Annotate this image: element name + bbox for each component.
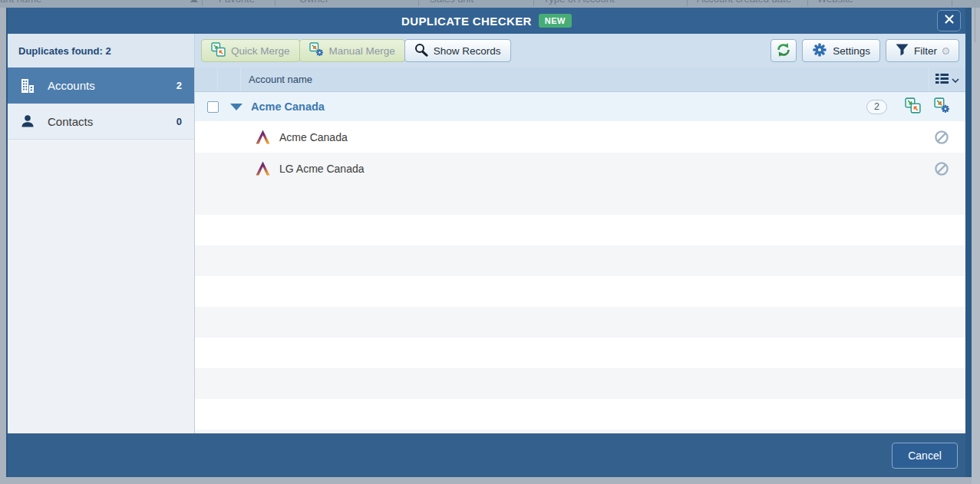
person-icon: [18, 114, 37, 129]
dialog-title: DUPLICATE CHECKER: [401, 15, 532, 28]
columns-grid-icon: [935, 74, 949, 86]
toolbar: Quick Merge: [195, 34, 965, 67]
account-logo: [255, 129, 271, 145]
table-header: Account name: [195, 67, 965, 92]
group-checkbox-cell: [201, 101, 224, 113]
manual-merge-icon: [309, 42, 324, 59]
settings-button[interactable]: Settings: [802, 39, 880, 62]
sidebar: Duplicates found: 2: [8, 34, 195, 433]
duplicate-group-row: Acme Canada 2: [195, 92, 965, 121]
exclude-record-icon[interactable]: [934, 161, 949, 176]
bg-column-label: Favorite: [219, 0, 255, 8]
column-divider: [687, 0, 688, 6]
sidebar-item-count: 2: [177, 80, 182, 91]
sort-ascending-icon: [190, 0, 198, 2]
filter-status-dot: [942, 48, 949, 54]
screen: unt name Favorite Owner Sales unit Type …: [0, 0, 980, 484]
column-settings-button[interactable]: [929, 67, 965, 91]
bg-column-label: Website: [817, 0, 853, 8]
group-name: Acme Canada: [249, 100, 866, 113]
account-logo: [255, 160, 271, 176]
group-manual-merge-button[interactable]: [932, 97, 952, 117]
new-badge: NEW: [539, 14, 572, 28]
sidebar-item-count: 0: [177, 116, 182, 127]
background-columns: unt name Favorite Owner Sales unit Type …: [0, 0, 980, 8]
settings-label: Settings: [833, 45, 870, 57]
chevron-down-icon: [952, 74, 959, 85]
bg-column-label: unt name: [0, 0, 41, 8]
background-page-edge: [972, 8, 980, 484]
quick-merge-button[interactable]: Quick Merge: [201, 39, 300, 62]
dialog-titlebar: DUPLICATE CHECKER NEW: [8, 8, 965, 34]
duplicate-checker-dialog: DUPLICATE CHECKER NEW Duplicates found: …: [6, 8, 972, 477]
sidebar-item-contacts[interactable]: Contacts 0: [8, 104, 194, 140]
column-divider: [418, 0, 419, 6]
filter-button[interactable]: Filter: [886, 39, 959, 62]
bg-column-label: Sales unit: [430, 0, 474, 8]
magnifier-icon: [414, 43, 428, 59]
dialog-body: Duplicates found: 2: [8, 34, 965, 433]
bg-column-label: Owner: [299, 0, 328, 8]
quick-merge-icon: [905, 97, 921, 117]
bg-column-label: Type of Account: [543, 0, 615, 8]
manual-merge-icon: [934, 97, 950, 117]
main-panel: Quick Merge: [195, 34, 965, 433]
account-name-column-header: Account name: [241, 67, 929, 91]
show-records-button[interactable]: Show Records: [404, 39, 511, 62]
filter-label: Filter: [914, 45, 937, 57]
manual-merge-label: Manual Merge: [329, 45, 395, 57]
toolbar-right-group: Settings Filter: [770, 39, 959, 62]
group-count-badge: 2: [866, 100, 887, 114]
table-empty-area: [195, 184, 965, 433]
record-name: LG Acme Canada: [279, 163, 934, 175]
merge-button-group: Quick Merge: [201, 39, 511, 62]
duplicates-found-label: Duplicates found: 2: [8, 34, 194, 67]
column-divider: [533, 0, 534, 6]
column-divider: [275, 0, 276, 6]
column-divider: [807, 0, 808, 6]
group-expander-cell: [224, 104, 249, 110]
exclude-record-icon[interactable]: [934, 130, 949, 145]
background-divider-line: [975, 0, 975, 42]
header-expander-column: [218, 67, 241, 91]
buildings-icon: [18, 77, 37, 94]
column-divider: [202, 0, 203, 6]
record-row[interactable]: LG Acme Canada: [195, 153, 965, 184]
close-icon: [944, 14, 955, 28]
refresh-icon: [776, 42, 791, 60]
refresh-button[interactable]: [770, 39, 797, 62]
column-divider: [952, 0, 952, 6]
dialog-footer: Cancel: [8, 433, 965, 477]
record-row[interactable]: Acme Canada: [195, 121, 965, 153]
record-name: Acme Canada: [279, 131, 934, 143]
gear-icon: [812, 42, 827, 60]
collapse-group-icon[interactable]: [230, 104, 243, 110]
quick-merge-label: Quick Merge: [231, 45, 290, 57]
group-checkbox[interactable]: [207, 101, 219, 113]
filter-funnel-icon: [896, 44, 909, 58]
header-checkbox-column: [195, 67, 218, 91]
sidebar-item-label: Accounts: [48, 79, 177, 92]
background-table-header: unt name Favorite Owner Sales unit Type …: [0, 0, 980, 8]
cancel-button[interactable]: Cancel: [892, 443, 958, 469]
bg-column-label: Account created date: [697, 0, 791, 8]
sidebar-item-accounts[interactable]: Accounts 2: [8, 67, 194, 104]
show-records-label: Show Records: [434, 45, 501, 57]
quick-merge-icon: [211, 42, 226, 59]
group-quick-merge-button[interactable]: [902, 97, 922, 117]
sidebar-item-label: Contacts: [48, 115, 177, 128]
close-button[interactable]: [937, 10, 961, 31]
manual-merge-button[interactable]: Manual Merge: [299, 39, 405, 62]
